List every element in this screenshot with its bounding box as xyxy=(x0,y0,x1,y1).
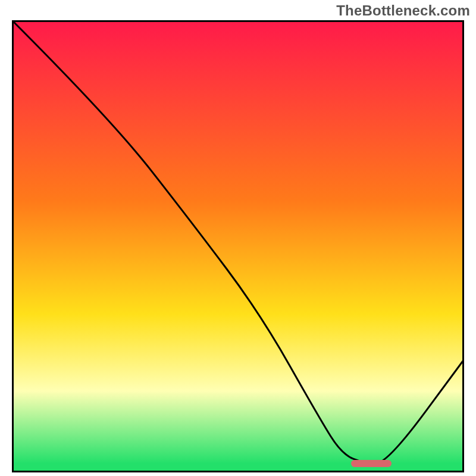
plot-area xyxy=(12,20,464,472)
optimum-marker xyxy=(351,460,392,467)
watermark-text: TheBottleneck.com xyxy=(336,2,470,19)
chart-root: TheBottleneck.com xyxy=(0,0,476,476)
bottleneck-curve-path xyxy=(12,20,464,464)
curve-overlay xyxy=(12,20,464,472)
